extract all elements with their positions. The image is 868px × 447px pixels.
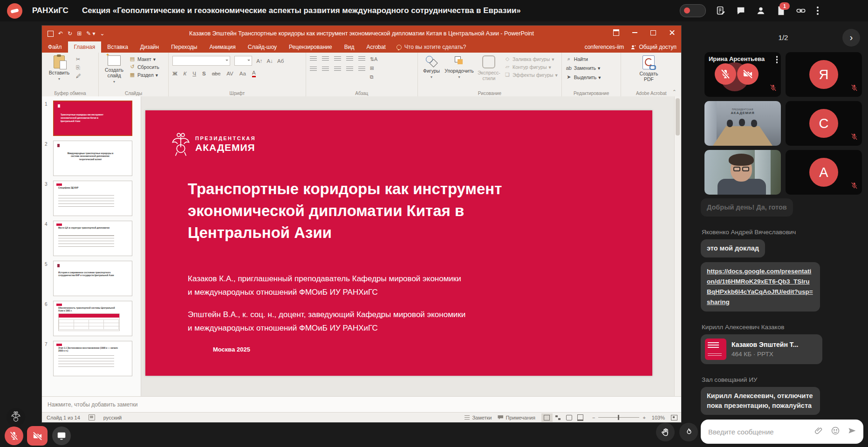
replace-button[interactable]: abЗаменить▾ (566, 65, 601, 71)
shapes-button[interactable]: Фигуры ▾ (422, 54, 441, 79)
change-case-button[interactable]: Аа (239, 71, 246, 76)
quick-styles-button[interactable]: Экспресс-стили (477, 54, 501, 81)
close-button[interactable] (663, 26, 681, 40)
attach-file-icon[interactable] (814, 426, 823, 437)
maximize-button[interactable] (644, 26, 663, 40)
zoom-slider[interactable] (598, 417, 639, 418)
italic-button[interactable]: К (184, 71, 187, 76)
copy-link-icon[interactable] (796, 6, 806, 16)
zoom-in-button[interactable]: + (642, 415, 645, 420)
shape-outline-button[interactable]: ▱Контур фигуры▾ (504, 64, 558, 70)
tab-slideshow[interactable]: Слайд-шоу (242, 41, 283, 53)
customize-qat-icon[interactable]: ⌄ (100, 30, 105, 37)
arrange-button[interactable]: Упорядочить ▾ (444, 54, 473, 79)
participant-tile-ya[interactable]: Я (786, 52, 862, 97)
font-color-button[interactable]: А (252, 70, 256, 77)
more-menu-icon[interactable] (816, 6, 820, 16)
cut-icon[interactable]: ✂ (76, 56, 81, 62)
zoom-out-button[interactable]: − (592, 415, 595, 420)
participants-icon[interactable] (756, 6, 766, 16)
font-size-combobox[interactable] (234, 56, 252, 66)
underline-button[interactable]: Ч (192, 71, 196, 76)
tab-insert[interactable]: Вставка (101, 41, 134, 53)
reset-button[interactable]: ↺Сбросить (129, 64, 159, 70)
format-painter-icon[interactable]: 🖉 (76, 73, 81, 79)
participant-tile-room-video[interactable]: ПРЕЗИДЕНТСКАЯ АКАДЕМИЯ (704, 101, 781, 146)
reading-view-button[interactable] (564, 413, 575, 422)
share-button[interactable]: Общий доступ (630, 44, 677, 50)
decrease-indent-icon[interactable] (334, 56, 341, 61)
thumbnail-slide-3[interactable]: 3 Специфика ЭД КНР (42, 181, 141, 221)
screen-share-button[interactable] (52, 427, 71, 445)
chat-icon[interactable] (736, 6, 746, 16)
tab-transitions[interactable]: Переходы (165, 41, 203, 53)
send-message-icon[interactable] (847, 426, 857, 437)
find-button[interactable]: ⌕Найти (566, 56, 601, 62)
tab-review[interactable]: Рецензирование (283, 41, 338, 53)
smartart-icon[interactable]: ⧉ (370, 74, 378, 80)
strikethrough-button[interactable]: abc (212, 71, 221, 76)
character-spacing-button[interactable]: AV (226, 71, 233, 76)
slide-scrollbar[interactable] (674, 96, 681, 396)
bold-button[interactable]: Ж (172, 71, 177, 76)
thumbnail-slide-2[interactable]: 2 Международные транспортные коридоры в … (42, 141, 141, 181)
minimize-button[interactable] (625, 26, 644, 40)
participant-tile-a[interactable]: А (786, 150, 862, 195)
pen-icon[interactable]: ✎ ▾ (86, 30, 95, 37)
text-shadow-button[interactable]: S (202, 71, 206, 76)
language-indicator[interactable]: русский (103, 415, 122, 420)
shape-effects-button[interactable]: ❏Эффекты фигуры▾ (504, 72, 558, 78)
reactions-button[interactable] (679, 423, 698, 441)
emoji-icon[interactable] (831, 426, 840, 437)
zoom-level[interactable]: 103% (652, 415, 665, 420)
align-right-icon[interactable] (334, 67, 341, 72)
bullets-icon[interactable] (310, 56, 317, 61)
participant-tile-speaker-video[interactable] (704, 150, 781, 195)
new-slide-button[interactable]: Создать слайд ▾ (103, 54, 126, 84)
thumbnail-slide-7[interactable]: 7 Этап 1.1 Экстенсивное восстановление (… (42, 341, 141, 381)
notes-pane[interactable]: Нажмите, чтобы добавить заметки (42, 396, 681, 412)
ribbon-display-options-icon[interactable] (607, 26, 625, 40)
columns-icon[interactable] (358, 67, 365, 72)
numbering-icon[interactable] (322, 56, 329, 61)
tell-me-search[interactable]: Что вы хотите сделать? (396, 41, 466, 53)
increase-indent-icon[interactable] (346, 56, 353, 61)
section-button[interactable]: ▦Раздел▾ (129, 72, 159, 78)
current-slide[interactable]: ПРЕЗИДЕНТСКАЯ АКАДЕМИЯ Транспортные кори… (145, 110, 652, 376)
message-input[interactable] (707, 427, 814, 436)
next-page-button[interactable]: › (842, 29, 860, 47)
tab-file[interactable]: Файл (42, 41, 68, 53)
layout-button[interactable]: ▤Макет▾ (129, 56, 159, 62)
font-name-combobox[interactable] (172, 56, 230, 66)
record-toggle[interactable] (680, 4, 706, 17)
select-button[interactable]: ➤Выделить▾ (566, 74, 601, 80)
align-left-icon[interactable] (310, 67, 317, 72)
text-direction-icon[interactable]: ⇅A (370, 56, 378, 62)
raise-hand-button[interactable] (656, 423, 675, 441)
copy-icon[interactable]: ⎘ (76, 65, 81, 71)
notes-icon[interactable] (716, 6, 726, 16)
undo-icon[interactable]: ↶ (58, 30, 63, 37)
align-text-icon[interactable]: ⊞ (370, 65, 378, 71)
tab-animations[interactable]: Анимация (203, 41, 241, 53)
justify-icon[interactable] (346, 67, 353, 72)
shrink-font-button[interactable]: А↓ (267, 58, 273, 64)
thumbnail-slide-6[interactable]: 6 Обеспеченность транспортной системы Це… (42, 301, 141, 341)
spellcheck-icon[interactable] (89, 414, 95, 420)
slide-sorter-view-button[interactable] (553, 413, 564, 422)
thumbnail-slide-1[interactable]: 1 Транспортные коридоры как инструмент э… (42, 101, 141, 141)
redo-icon[interactable]: ↻ (68, 30, 72, 37)
fit-slide-button[interactable] (671, 415, 677, 420)
normal-view-button[interactable] (541, 413, 553, 422)
comments-toggle[interactable]: Примечания (498, 415, 535, 420)
tab-home[interactable]: Главная (68, 41, 102, 53)
participant-tile-s[interactable]: С (786, 101, 862, 146)
start-slideshow-icon[interactable]: ⊞ (77, 30, 82, 37)
chat-input[interactable] (701, 420, 863, 444)
grow-font-button[interactable]: А↑ (256, 58, 262, 64)
tab-acrobat[interactable]: Acrobat (360, 41, 391, 53)
toggle-camera-button[interactable] (27, 426, 48, 446)
align-center-icon[interactable] (322, 67, 329, 72)
slideshow-view-button[interactable] (575, 413, 586, 422)
shared-files-icon[interactable]: 1 (776, 6, 786, 16)
